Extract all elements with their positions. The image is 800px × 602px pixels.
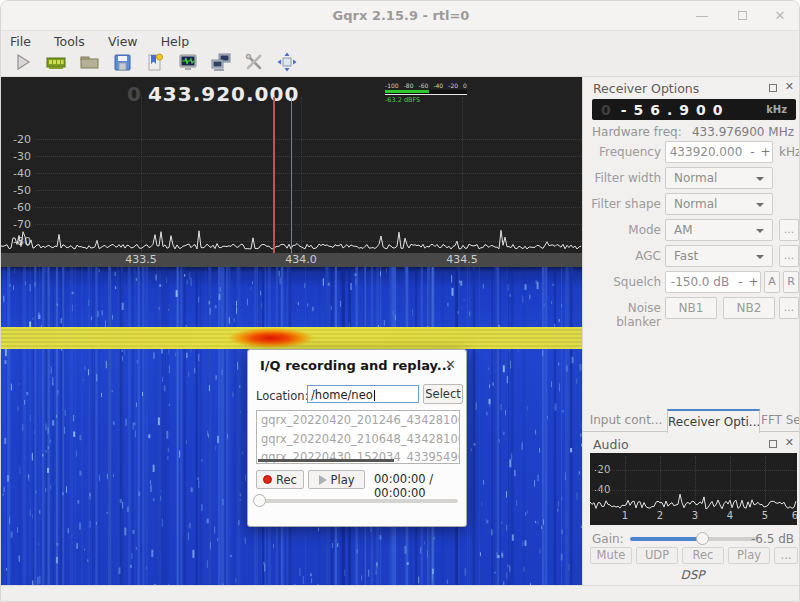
horizontal-scrollbar[interactable]	[258, 459, 394, 462]
rec-button-label: Rec	[276, 473, 297, 487]
close-icon[interactable]: ✕	[771, 7, 789, 25]
configure-io-devices-icon[interactable]	[44, 50, 68, 74]
recordings-list[interactable]: gqrx_20220420_201246_434281000_18 gqrx_2…	[256, 410, 460, 464]
close-panel-icon[interactable]: ✕	[785, 438, 794, 448]
nb2-button[interactable]: NB2	[723, 297, 775, 319]
audio-fft-plot[interactable]: -20 -40 1 2 3 4 5 6	[590, 453, 797, 525]
squelch-reset-button[interactable]: R	[783, 271, 799, 293]
agc-select[interactable]: Fast	[665, 245, 773, 267]
agc-label: AGC	[583, 249, 661, 263]
audio-options-button[interactable]: ...	[774, 547, 798, 564]
fullscreen-icon[interactable]	[275, 50, 299, 74]
squelch-auto-button[interactable]: A	[764, 271, 780, 293]
agc-options-button[interactable]: ...	[779, 245, 799, 267]
freq-tick-label: 433.5	[119, 253, 163, 266]
mode-value: AM	[674, 223, 693, 237]
audio-rec-button[interactable]: Rec	[682, 547, 724, 564]
frequency-axis: 433.5 434.0 434.5	[1, 253, 582, 267]
spin-up-button[interactable]: +	[759, 142, 772, 162]
tab-receiver-options[interactable]: Receiver Opti...	[667, 409, 760, 433]
start-dsp-icon[interactable]	[11, 50, 35, 74]
receiver-options-title: Receiver Options	[593, 81, 699, 96]
select-button[interactable]: Select	[423, 384, 463, 404]
close-panel-icon[interactable]: ✕	[785, 82, 794, 92]
freq-tick-label: 434.0	[279, 253, 323, 266]
waterfall-signal-band	[1, 327, 582, 349]
list-item[interactable]: gqrx_20220420_210648_434281000_18	[257, 430, 459, 449]
offset-frequency-lcd[interactable]: 0 -56.900 kHz	[592, 99, 796, 120]
bookmarks-icon[interactable]	[143, 50, 167, 74]
frequency-unit: kHz	[779, 145, 800, 159]
chevron-down-icon	[756, 203, 764, 207]
tools-icon[interactable]	[242, 50, 266, 74]
play-icon	[319, 475, 327, 485]
float-panel-icon[interactable]	[769, 84, 777, 92]
mode-label: Mode	[583, 223, 661, 237]
udp-button[interactable]: UDP	[636, 547, 678, 564]
list-item[interactable]: gqrx_20220420_201246_434281000_18	[257, 411, 459, 430]
tuning-marker[interactable]	[273, 97, 275, 267]
toolbar	[1, 48, 800, 77]
frequency-spinbox[interactable]: 433920.000 - +	[665, 141, 773, 163]
squelch-label: Squelch	[583, 275, 661, 289]
tab-fft-settings[interactable]: FFT Setti...	[761, 409, 800, 432]
filter-shape-value: Normal	[674, 197, 717, 211]
filter-width-label: Filter width	[583, 171, 661, 185]
lcd-unit: kHz	[766, 104, 787, 115]
maximize-icon[interactable]	[733, 7, 751, 25]
spectrum-plot[interactable]: 0433.920.000 -100 -80 -60 -40 -20 0 -63.…	[1, 77, 582, 267]
menubar: File Tools View Help	[1, 31, 800, 48]
nb1-button[interactable]: NB1	[665, 297, 717, 319]
gain-slider-handle[interactable]	[696, 532, 709, 545]
iq-recording-icon[interactable]	[176, 50, 200, 74]
save-icon[interactable]	[110, 50, 134, 74]
location-input[interactable]: /home/neo	[307, 385, 419, 403]
tab-input-controls[interactable]: Input cont...	[586, 409, 666, 432]
noise-blanker-options-button[interactable]: ...	[779, 297, 799, 319]
minimize-icon[interactable]: —	[693, 7, 711, 25]
chevron-down-icon	[756, 255, 764, 259]
chevron-down-icon	[756, 177, 764, 181]
remote-control-icon[interactable]	[209, 50, 233, 74]
open-icon[interactable]	[77, 50, 101, 74]
titlebar[interactable]: Gqrx 2.15.9 - rtl=0 — ✕	[1, 1, 800, 31]
dock-tab-bar: Input cont... Receiver Opti... FFT Setti…	[583, 409, 800, 432]
gain-slider[interactable]	[630, 537, 757, 541]
audio-play-button[interactable]: Play	[728, 547, 770, 564]
spin-down-button[interactable]: -	[746, 142, 759, 162]
mode-options-button[interactable]: ...	[779, 219, 799, 241]
filter-width-select[interactable]: Normal	[665, 167, 773, 189]
filter-width-row: Filter width Normal	[583, 167, 800, 191]
mute-button[interactable]: Mute	[590, 547, 632, 564]
float-panel-icon[interactable]	[769, 440, 777, 448]
mode-select[interactable]: AM	[665, 219, 773, 241]
dialog-close-icon[interactable]: ✕	[445, 357, 456, 372]
play-button[interactable]: Play	[308, 470, 365, 489]
agc-value: Fast	[674, 249, 698, 263]
noise-blanker-label: Noise blanker	[583, 301, 661, 329]
rec-button[interactable]: Rec	[256, 470, 304, 489]
squelch-spinbox[interactable]: -150.0 dB - +	[665, 271, 761, 293]
chevron-down-icon	[756, 229, 764, 233]
lcd-value: -56.900	[621, 102, 766, 118]
audio-panel-title: Audio	[593, 437, 629, 452]
statusbar	[1, 585, 800, 602]
squelch-row: Squelch -150.0 dB - + A R	[583, 271, 800, 295]
right-panel: Receiver Options ✕ 0 -56.900 kHz Hardwar…	[582, 77, 800, 585]
agc-row: AGC Fast ...	[583, 245, 800, 269]
lcd-dim-digit: 0	[601, 102, 611, 118]
gqrx-window: Gqrx 2.15.9 - rtl=0 — ✕ File Tools View …	[0, 0, 800, 602]
play-button-label: Play	[331, 473, 355, 487]
iq-recording-dialog[interactable]: I/Q recording and replay... ✕ Location: …	[247, 349, 467, 527]
spin-down-button[interactable]: -	[734, 272, 747, 292]
position-slider-handle[interactable]	[253, 494, 266, 507]
filter-shape-select[interactable]: Normal	[665, 193, 773, 215]
audio-trace	[590, 453, 797, 525]
position-slider[interactable]	[257, 499, 458, 503]
spin-up-button[interactable]: +	[747, 272, 760, 292]
frequency-value: 433920.000	[666, 142, 746, 162]
hardware-freq-label: Hardware freq:	[592, 125, 682, 139]
playback-time: 00:00:00 / 00:00:00	[374, 472, 466, 500]
hardware-freq-value: 433.976900 MHz	[692, 125, 794, 139]
center-frequency-marker	[291, 97, 292, 267]
